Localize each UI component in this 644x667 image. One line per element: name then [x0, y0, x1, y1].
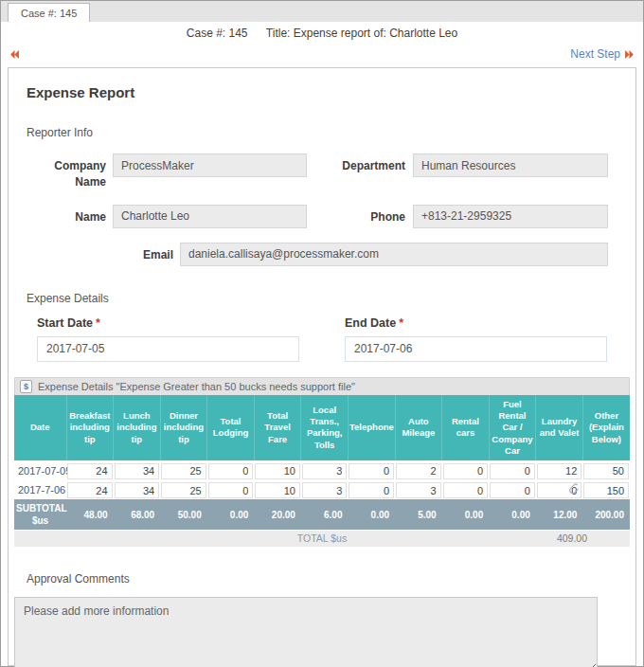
- expense-cell-input[interactable]: [67, 463, 113, 479]
- end-date-field: End Date*: [345, 316, 607, 362]
- expense-cell-input[interactable]: [583, 482, 629, 498]
- expense-grid-titlebar: $ Expense Details "Expense Greater than …: [14, 377, 630, 395]
- subtotal-value: 68.00: [114, 499, 161, 531]
- expense-cell-input[interactable]: [349, 482, 394, 498]
- email-label: Email: [26, 243, 180, 263]
- approval-comments-textarea[interactable]: Please add more information: [14, 597, 598, 667]
- column-header: Dinner including tip: [160, 395, 207, 461]
- name-input[interactable]: [113, 205, 307, 228]
- expense-cell-input[interactable]: [443, 482, 489, 498]
- subtotal-row: SUBTOTAL $us48.0068.0050.000.0020.006.00…: [14, 499, 630, 531]
- previous-step-icon[interactable]: [9, 49, 20, 60]
- end-date-input[interactable]: [345, 336, 607, 362]
- expense-cell-input[interactable]: [161, 482, 206, 498]
- column-header: Total Lodging: [207, 395, 255, 461]
- section-reporter-info: Reporter Info: [27, 126, 635, 139]
- start-date-label: Start Date*: [37, 316, 299, 330]
- expense-cell-input[interactable]: [537, 463, 582, 479]
- next-step-icon[interactable]: [624, 49, 635, 60]
- company-name-label: Company Name: [26, 153, 113, 190]
- tab-strip: Case #: 145: [1, 1, 643, 22]
- next-step-link[interactable]: Next Step: [570, 47, 620, 61]
- expense-grid-title: Expense Details "Expense Greater than 50…: [38, 381, 355, 392]
- expense-cell-input[interactable]: [115, 463, 160, 479]
- subtotal-value: 20.00: [254, 499, 301, 531]
- subtotal-value: 0.00: [442, 499, 490, 531]
- total-value: 409.00: [557, 532, 587, 544]
- subtotal-value: 6.00: [301, 499, 349, 531]
- column-header: Total Travel Fare: [254, 395, 301, 461]
- column-header: Local Trans., Parking, Tolls: [301, 395, 349, 461]
- dollar-grid-icon: $: [20, 380, 32, 393]
- email-input[interactable]: [180, 243, 608, 266]
- expense-cell-input[interactable]: [208, 463, 254, 479]
- start-date-input[interactable]: [37, 336, 299, 362]
- case-title-text: Title: Expense report of: Charlotte Leo: [266, 27, 457, 40]
- subtotal-value: 0.00: [207, 499, 255, 531]
- case-number-text: Case #: 145: [187, 27, 248, 40]
- subtotal-value: 5.00: [395, 499, 442, 531]
- column-header: Other (Explain Below): [582, 395, 630, 461]
- expense-date-cell: 2017-07-05: [14, 460, 66, 480]
- expense-cell-input[interactable]: [396, 482, 441, 498]
- section-expense-details: Expense Details: [27, 292, 635, 305]
- subtotal-value: 12.00: [536, 499, 583, 531]
- column-header: Lunch including tip: [114, 395, 161, 461]
- section-approval-comments: Approval Comments: [27, 572, 635, 586]
- column-header: Fuel Rental Car / Company Car: [489, 395, 536, 461]
- expense-cell-input[interactable]: [490, 482, 535, 498]
- expense-cell-input[interactable]: [537, 482, 582, 498]
- column-header: Rental cars: [442, 395, 490, 461]
- column-header: Auto Mileage: [395, 395, 442, 461]
- expense-grid: $ Expense Details "Expense Greater than …: [14, 377, 630, 547]
- dates-row: Start Date* End Date*: [37, 316, 607, 362]
- column-header: Breakfast including tip: [66, 395, 114, 461]
- case-window: Case #: 145 Case #: 145 Title: Expense r…: [0, 0, 644, 667]
- expense-table: DateBreakfast including tipLunch includi…: [14, 395, 630, 547]
- expense-row: 2017-7-06: [14, 480, 630, 500]
- expense-row: 2017-07-05: [14, 460, 630, 480]
- expense-cell-input[interactable]: [255, 482, 300, 498]
- column-header: Date: [14, 395, 66, 461]
- end-date-label: End Date*: [345, 316, 607, 330]
- form-row-name-phone: Name Phone: [26, 205, 608, 228]
- subtotal-label: SUBTOTAL $us: [14, 499, 66, 531]
- expense-cell-input[interactable]: [302, 463, 348, 479]
- step-nav: Next Step: [1, 43, 643, 65]
- phone-label: Phone: [307, 205, 413, 225]
- expense-date-cell: 2017-7-06: [14, 480, 66, 500]
- subtotal-value: 48.00: [66, 499, 114, 531]
- subtotal-value: 0.00: [348, 499, 395, 531]
- form-title: Expense Report: [27, 84, 635, 100]
- expense-cell-input[interactable]: [67, 482, 113, 498]
- required-asterisk: *: [399, 316, 403, 330]
- expense-cell-input[interactable]: [161, 463, 206, 479]
- next-step: Next Step: [570, 47, 635, 61]
- expense-report-form: Expense Report Reporter Info Company Nam…: [8, 67, 636, 666]
- expense-cell-input[interactable]: [208, 482, 254, 498]
- total-row: TOTAL $us409.00: [14, 531, 630, 547]
- expense-cell-input[interactable]: [583, 463, 629, 479]
- expense-cell-input[interactable]: [396, 463, 441, 479]
- total-label: TOTAL $us: [14, 532, 630, 544]
- required-asterisk: *: [96, 316, 100, 330]
- phone-input[interactable]: [413, 205, 608, 228]
- start-date-field: Start Date*: [37, 316, 299, 362]
- form-row-company-department: Company Name Department: [26, 153, 608, 190]
- expense-cell-input[interactable]: [349, 463, 394, 479]
- form-row-email: Email: [26, 243, 608, 266]
- column-header: Telephone: [348, 395, 395, 461]
- case-title-bar: Case #: 145 Title: Expense report of: Ch…: [1, 22, 643, 41]
- subtotal-value: 50.00: [160, 499, 207, 531]
- expense-cell-input[interactable]: [302, 482, 348, 498]
- expense-cell-input[interactable]: [490, 463, 535, 479]
- expense-cell-input[interactable]: [255, 463, 300, 479]
- department-label: Department: [307, 153, 413, 174]
- tab-case[interactable]: Case #: 145: [8, 3, 90, 22]
- expense-cell-input[interactable]: [443, 463, 489, 479]
- expense-cell-input[interactable]: [115, 482, 160, 498]
- column-header: Laundry and Valet: [536, 395, 583, 461]
- department-input[interactable]: [413, 153, 608, 177]
- company-name-input[interactable]: [113, 153, 307, 177]
- subtotal-value: 200.00: [582, 499, 630, 531]
